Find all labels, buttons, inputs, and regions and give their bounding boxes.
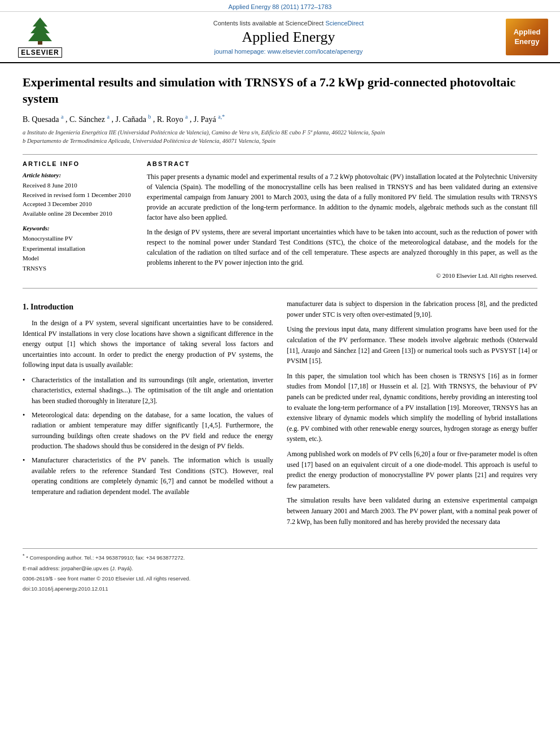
body-section: 1. Introduction In the design of a PV sy… [23,299,537,531]
affiliation-b: b Departamento de Termodinámica Aplicada… [23,137,537,146]
sciencedirect-text: Contents lists available at ScienceDirec… [77,20,500,27]
abstract-text: This paper presents a dynamic model and … [147,172,537,268]
corresponding-author-footnote: * * Corresponding author. Tel.: +34 9638… [23,552,537,562]
article-info-column: ARTICLE INFO Article history: Received 8… [23,160,135,279]
applied-energy-badge-area: Applied Energy [506,19,551,55]
bullet-item-3: Manufacturer characteristics of the PV p… [23,455,273,497]
article-info-abstract-section: ARTICLE INFO Article history: Received 8… [23,160,537,279]
bullet-item-1: Characteristics of the installation and … [23,375,273,407]
elsevier-brand-text: ELSEVIER [18,47,62,58]
article-info-label: ARTICLE INFO [23,160,135,167]
svg-rect-2 [38,41,42,45]
available-online-date: Available online 28 December 2010 [23,209,135,219]
elsevier-tree-icon [20,16,60,47]
issn-line: 0306-2619/$ - see front matter © 2010 El… [23,575,537,583]
sciencedirect-link-text[interactable]: ScienceDirect [325,20,364,27]
right-paragraph-4: Among published work on models of PV cel… [287,449,537,491]
received-revised-date: Received in revised form 1 December 2010 [23,190,135,200]
body-right-column: manufacturer data is subject to dispersi… [287,299,537,531]
body-left-column: 1. Introduction In the design of a PV sy… [23,299,273,531]
history-label: Article history: [23,172,135,178]
doi-line: doi:10.1016/j.apenergy.2010.12.011 [23,585,537,593]
abstract-column: ABSTRACT This paper presents a dynamic m… [147,160,537,279]
top-bar: Applied Energy 88 (2011) 1772–1783 [0,0,560,12]
journal-header: ELSEVIER Contents lists available at Sci… [0,12,560,63]
divider-1 [23,154,537,155]
keywords-label: Keywords: [23,225,135,231]
affiliations: a Instituto de Ingeniería Energética IIE… [23,129,537,145]
accepted-date: Accepted 3 December 2010 [23,199,135,209]
right-paragraph-3: In this paper, the simulation tool which… [287,371,537,444]
applied-energy-badge: Applied Energy [506,19,548,55]
bullet-item-2: Meteorological data: depending on the da… [23,410,273,452]
email-footnote: E-mail address: jorpaher@iie.upv.es (J. … [23,565,537,573]
keyword-3: Model [23,254,135,264]
right-paragraph-5: The simulation results have been validat… [287,495,537,527]
elsevier-logo-area: ELSEVIER [9,16,71,58]
journal-center-info: Contents lists available at ScienceDirec… [77,20,500,55]
affiliation-a: a Instituto de Ingeniería Energética IIE… [23,129,537,137]
divider-2 [23,288,537,289]
abstract-paragraph-1: This paper presents a dynamic model and … [147,172,537,222]
abstract-label: ABSTRACT [147,160,537,167]
footer: * * Corresponding author. Tel.: +34 9638… [23,548,537,593]
keyword-4: TRNSYS [23,264,135,274]
authors-line: B. Quesada a , C. Sánchez a , J. Cañada … [23,113,537,124]
section-1-heading: 1. Introduction [23,301,273,313]
journal-reference: Applied Energy 88 (2011) 1772–1783 [0,3,560,10]
abstract-paragraph-2: In the design of PV systems, there are s… [147,227,537,268]
right-paragraph-1: manufacturer data is subject to dispersi… [287,299,537,320]
main-content: Experimental results and simulation with… [0,63,560,543]
copyright-notice: © 2010 Elsevier Ltd. All rights reserved… [147,272,537,279]
received-date: Received 8 June 2010 [23,181,135,190]
journal-homepage: journal homepage: www.elsevier.com/locat… [77,48,500,55]
bullet-list: Characteristics of the installation and … [23,375,273,497]
keyword-1: Monocrystalline PV [23,234,135,244]
right-paragraph-2: Using the previous input data, many diff… [287,324,537,366]
article-title: Experimental results and simulation with… [23,75,537,107]
keyword-2: Experimental installation [23,244,135,254]
journal-title: Applied Energy [77,29,500,46]
intro-paragraph-1: In the design of a PV system, several si… [23,318,273,370]
